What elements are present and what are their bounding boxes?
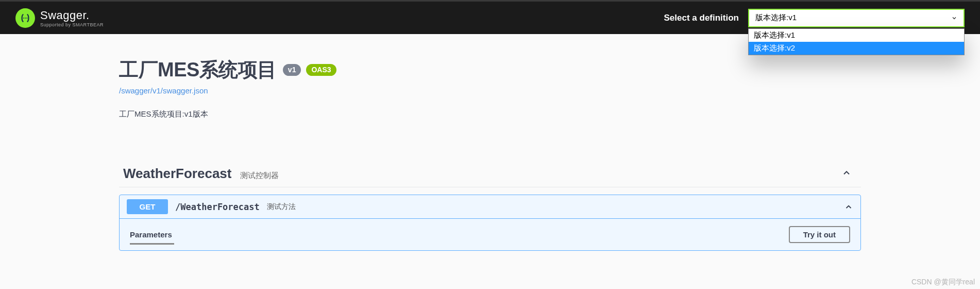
- svg-point-0: [23, 18, 24, 19]
- parameters-label: Parameters: [130, 230, 172, 239]
- http-method-badge: GET: [127, 199, 168, 214]
- operation-path: /WeatherForecast: [175, 202, 260, 212]
- dropdown-option-v2[interactable]: 版本选择:v2: [749, 42, 964, 55]
- main-content: 工厂MES系统项目 v1 OAS3 /swagger/v1/swagger.js…: [104, 34, 876, 251]
- api-spec-url[interactable]: /swagger/v1/swagger.json: [119, 86, 861, 95]
- dropdown-option-v1[interactable]: 版本选择:v1: [749, 29, 964, 42]
- definition-dropdown: 版本选择:v1 版本选择:v2: [748, 28, 965, 55]
- chevron-up-icon: [841, 168, 852, 178]
- logo-subtitle: Supported by SMARTBEAR: [40, 22, 104, 27]
- select-definition-label: Select a definition: [664, 13, 739, 23]
- tag-name: WeatherForecast: [123, 166, 232, 182]
- operation-block: GET /WeatherForecast 测试方法 Parameters Try…: [119, 195, 861, 251]
- definition-selected-value: 版本选择:v1: [755, 13, 797, 23]
- operation-body: Parameters Try it out: [120, 218, 860, 250]
- swagger-logo-icon: [15, 8, 35, 28]
- tag-description: 测试控制器: [240, 171, 279, 181]
- svg-point-2: [26, 18, 27, 19]
- chevron-down-icon: [951, 15, 957, 21]
- api-title: 工厂MES系统项目: [119, 57, 277, 83]
- definition-select[interactable]: 版本选择:v1: [748, 9, 965, 27]
- operation-header[interactable]: GET /WeatherForecast 测试方法: [120, 195, 860, 218]
- chevron-up-icon: [844, 202, 853, 212]
- operation-summary: 测试方法: [267, 202, 844, 212]
- version-badge: v1: [283, 64, 301, 76]
- api-description: 工厂MES系统项目:v1版本: [119, 109, 861, 119]
- tag-header[interactable]: WeatherForecast 测试控制器: [119, 160, 861, 187]
- oas-badge: OAS3: [306, 64, 336, 76]
- try-it-out-button[interactable]: Try it out: [789, 226, 850, 243]
- svg-point-1: [25, 18, 26, 19]
- logo[interactable]: Swagger. Supported by SMARTBEAR: [15, 8, 104, 28]
- logo-text: Swagger.: [40, 9, 104, 22]
- topbar: Swagger. Supported by SMARTBEAR Select a…: [0, 0, 980, 34]
